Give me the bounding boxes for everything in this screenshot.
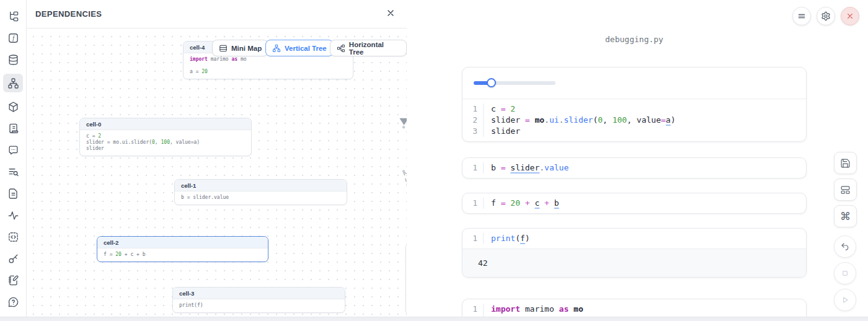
chat-icon[interactable]: [3, 143, 23, 157]
code-block-icon[interactable]: [3, 229, 23, 244]
cell-output-area: [463, 68, 806, 99]
stop-icon: [840, 268, 850, 278]
undo-icon: [840, 242, 850, 252]
keyboard-shortcuts-button[interactable]: ⌘: [834, 205, 857, 227]
save-icon: [840, 158, 851, 169]
help-icon[interactable]: [3, 294, 23, 309]
graph-node-cell-1[interactable]: cell-1 b = slider.value: [174, 179, 347, 205]
notebook-cell-b: 1b = slider.value: [462, 157, 807, 178]
run-button[interactable]: [834, 289, 856, 311]
dependency-graph-canvas[interactable]: cell-4 import marimo as moa = 20 cell-0 …: [27, 29, 407, 317]
document-icon[interactable]: [3, 186, 23, 201]
tool-sidebar: f: [0, 0, 27, 321]
layout-button[interactable]: [834, 178, 857, 201]
horizontal-tree-label: Horizontal Tree: [349, 41, 400, 56]
graph-node-cell-3[interactable]: cell-3 print(f): [172, 287, 345, 313]
scratchpad-icon[interactable]: [3, 273, 23, 288]
svg-text:f: f: [12, 35, 15, 42]
activity-icon[interactable]: [3, 208, 23, 222]
zoom-in-button[interactable]: [406, 244, 407, 262]
mini-map-label: Mini Map: [231, 45, 262, 52]
settings-button[interactable]: [817, 7, 835, 25]
node-code: c = 2slider = mo.ui.slider(0, 100, value…: [80, 130, 251, 156]
node-title: cell-1: [175, 180, 347, 191]
notebook-cell-print: 1print(f) 42: [462, 228, 807, 278]
horizontal-tree-icon: [337, 44, 345, 53]
close-panel-icon[interactable]: [386, 8, 396, 20]
play-icon: [840, 295, 850, 305]
notebook-filename: debugging.py: [462, 35, 807, 44]
close-x-icon: [845, 11, 855, 21]
node-code: print(f): [173, 299, 345, 312]
node-title: cell-2: [97, 237, 268, 248]
slider-thumb[interactable]: [487, 78, 496, 87]
line-number: 1: [463, 304, 484, 315]
node-code: b = slider.value: [175, 191, 347, 204]
hamburger-icon: [797, 11, 807, 21]
undo-button[interactable]: [834, 235, 856, 258]
slider-widget[interactable]: [474, 81, 556, 85]
stop-button[interactable]: [834, 262, 856, 284]
vertical-tree-label: Vertical Tree: [285, 45, 327, 52]
dependencies-header: DEPENDENCIES: [27, 0, 407, 29]
layout-icon: [840, 185, 851, 195]
command-icon: ⌘: [840, 211, 851, 222]
line-number: 3: [463, 126, 484, 137]
graph-node-cell-0[interactable]: cell-0 c = 2slider = mo.ui.slider(0, 100…: [79, 118, 252, 156]
package-icon[interactable]: [3, 99, 23, 114]
dependency-graph-icon[interactable]: [3, 74, 23, 92]
shutdown-button[interactable]: [841, 7, 859, 25]
node-title: cell-0: [80, 118, 251, 130]
cell-output-value: 42: [463, 248, 806, 277]
graph-node-cell-2[interactable]: cell-2 f = 20 + c + b: [97, 236, 268, 262]
line-number: 1: [463, 233, 484, 244]
file-tree-icon[interactable]: [3, 9, 23, 24]
panel-title: DEPENDENCIES: [35, 9, 102, 19]
rows-icon: [219, 44, 228, 53]
line-number: 1: [463, 198, 484, 209]
zoom-out-button[interactable]: [406, 262, 407, 279]
node-title: cell-3: [173, 288, 345, 299]
bottom-strip: [0, 317, 868, 321]
vertical-tree-icon: [272, 44, 281, 53]
save-button[interactable]: [834, 152, 857, 174]
line-number: 2: [463, 115, 484, 126]
horizontal-tree-button[interactable]: Horizontal Tree: [330, 40, 407, 56]
line-number: 1: [463, 162, 484, 174]
marimo-app: f DEPENDENCIES: [0, 0, 868, 321]
vertical-tree-button[interactable]: Vertical Tree: [265, 40, 334, 56]
dependencies-panel: DEPENDENCIES: [27, 0, 407, 317]
function-square-icon[interactable]: f: [3, 30, 23, 45]
code-editor[interactable]: 1c = 22slider = mo.ui.slider(0, 100, val…: [463, 99, 806, 141]
code-editor[interactable]: 1f = 20 + c + b: [463, 193, 806, 213]
database-icon[interactable]: [3, 52, 23, 67]
gear-icon: [821, 11, 831, 21]
code-editor[interactable]: 1b = slider.value: [463, 158, 806, 178]
list-search-icon[interactable]: [3, 164, 23, 179]
code-editor[interactable]: 1print(f): [463, 229, 806, 248]
menu-button[interactable]: [792, 7, 811, 25]
locate-node-button[interactable]: [406, 296, 407, 314]
notebook-cell-slider: 1c = 22slider = mo.ui.slider(0, 100, val…: [462, 67, 807, 142]
mini-map-button[interactable]: Mini Map: [212, 40, 268, 56]
key-icon[interactable]: [3, 251, 23, 266]
node-code: import marimo as moa = 20: [184, 53, 353, 79]
zoom-controls: [405, 244, 407, 314]
scroll-icon[interactable]: [3, 121, 23, 136]
line-number: 1: [463, 103, 484, 115]
notebook-cell-f: 1f = 20 + c + b: [462, 193, 807, 214]
node-code: f = 20 + c + b: [97, 248, 268, 262]
fit-view-button[interactable]: [406, 279, 407, 296]
